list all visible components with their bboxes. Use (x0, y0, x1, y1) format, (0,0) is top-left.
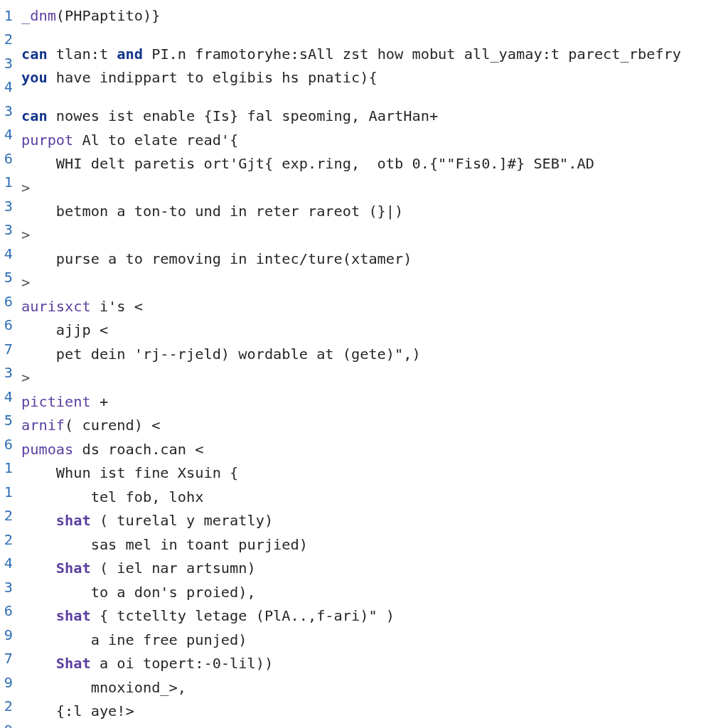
code-token: purpot (21, 132, 73, 149)
code-token: > (21, 179, 30, 196)
code-token: to a don's proied), (21, 584, 256, 601)
code-token: can (21, 46, 48, 63)
code-line[interactable]: pumoas ds roach.can < (21, 438, 728, 461)
code-line[interactable]: ajjp < (21, 318, 728, 342)
code-line[interactable]: mnoxiond_>, (21, 676, 728, 700)
code-line[interactable]: betmon a ton-to und in reter rareot (}|) (21, 200, 728, 223)
line-number: 6 (3, 599, 13, 623)
code-line[interactable]: purse a to removing in intec/ture(xtamer… (21, 247, 728, 271)
code-token: > (21, 274, 30, 291)
line-number: 4 (3, 123, 13, 146)
line-number: 5 (3, 409, 13, 432)
code-line[interactable]: Shat a oi topert:-0-lil)) (21, 652, 728, 675)
code-token: betmon a ton-to und in reter rareot (}|) (21, 203, 403, 220)
line-number: 4 (3, 552, 13, 575)
code-line[interactable]: a ine free punjed) (21, 628, 728, 652)
code-line[interactable]: to a don's proied), (21, 581, 728, 604)
code-token: ( turelal y meratly) (91, 512, 273, 529)
code-line[interactable]: arnif( curend) < (21, 414, 728, 437)
code-line[interactable]: > (21, 223, 728, 247)
line-number: 1 (3, 481, 13, 504)
code-token (21, 607, 56, 624)
line-number: 3 (3, 195, 13, 218)
code-line[interactable]: you have indippart to elgibis hs pnatic)… (21, 66, 728, 90)
code-token: ds roach.can < (73, 441, 203, 458)
code-line[interactable]: can tlan:t and PI.n framotoryhe:sAll zst… (21, 43, 728, 66)
code-token: pictient (21, 393, 91, 410)
code-token: > (21, 369, 30, 386)
code-line[interactable]: {:l aye!> (21, 700, 728, 723)
code-line[interactable]: > (21, 176, 728, 200)
code-token: _dnm (21, 7, 56, 24)
line-number: 6 (3, 314, 13, 337)
code-editor[interactable]: 123434613345667345611224369792990 _dnm(P… (0, 0, 728, 728)
code-token: shat (56, 512, 91, 529)
line-number: 3 (3, 361, 13, 385)
line-number: 2 (3, 695, 13, 718)
line-number: 1 (3, 171, 13, 194)
code-line[interactable]: > (21, 271, 728, 294)
code-token: ( iel nar artsumn) (91, 560, 256, 577)
line-number: 3 (3, 576, 13, 599)
code-token: (PHPaptito)} (56, 7, 161, 24)
line-number: 4 (3, 385, 13, 409)
code-token: a oi topert:-0-lil)) (91, 655, 273, 672)
code-line[interactable]: _dnm(PHPaptito)} (21, 4, 728, 28)
code-line[interactable]: purpot Al to elate read'{ (21, 129, 728, 152)
line-number: 6 (3, 147, 13, 171)
line-number: 9 (3, 719, 13, 728)
code-token: + (91, 393, 108, 410)
line-number: 2 (3, 504, 13, 528)
code-token: mnoxiond_>, (21, 679, 186, 696)
code-line[interactable] (21, 28, 728, 42)
code-line[interactable]: Whun ist fine Xsuin { (21, 461, 728, 485)
code-line[interactable]: tel fob, lohx (21, 486, 728, 509)
code-line[interactable]: > (21, 366, 728, 390)
code-token: > (21, 226, 30, 243)
code-line[interactable]: > (21, 724, 728, 728)
line-number: 7 (3, 647, 13, 670)
code-line[interactable]: Shat ( iel nar artsumn) (21, 557, 728, 580)
line-number: 2 (3, 28, 13, 51)
line-number: 9 (3, 671, 13, 695)
code-token: Shat (56, 560, 91, 577)
code-token: PI.n framotoryhe:sAll zst how mobut all_… (143, 46, 681, 63)
code-token: a ine free punjed) (21, 631, 247, 648)
code-line[interactable]: aurisxct i's < (21, 295, 728, 318)
line-number: 6 (3, 290, 13, 314)
code-token: { tctellty letage (PlA..,f-ari)" ) (91, 607, 395, 624)
code-line[interactable]: can nowes ist enable {Is} fal speoming, … (21, 105, 728, 128)
code-token (21, 512, 56, 529)
code-line[interactable]: sas mel in toant purjied) (21, 533, 728, 557)
code-token: WHI delt paretis ort'Gjt{ exp.ring, otb … (21, 155, 594, 172)
line-number: 3 (3, 100, 13, 123)
code-line[interactable]: shat ( turelal y meratly) (21, 509, 728, 532)
line-number: 9 (3, 623, 13, 647)
code-content[interactable]: _dnm(PHPaptito)}can tlan:t and PI.n fram… (16, 4, 728, 728)
code-line[interactable]: shat { tctellty letage (PlA..,f-ari)" ) (21, 604, 728, 628)
line-number: 4 (3, 242, 13, 266)
code-token: Shat (56, 655, 91, 672)
code-token: have indippart to elgibis hs pnatic){ (48, 69, 378, 86)
code-token: Al to elate read'{ (73, 132, 238, 149)
line-number: 3 (3, 52, 13, 75)
code-token: arnif (21, 417, 65, 434)
code-line[interactable]: WHI delt paretis ort'Gjt{ exp.ring, otb … (21, 152, 728, 176)
code-token (21, 560, 56, 577)
code-line[interactable]: pictient + (21, 390, 728, 414)
line-number: 3 (3, 218, 13, 242)
line-number: 5 (3, 266, 13, 289)
code-line[interactable]: pet dein 'rj--rjeld) wordable at (gete)"… (21, 343, 728, 366)
code-token (21, 655, 56, 672)
code-token: tlan:t (48, 46, 117, 63)
line-number: 2 (3, 528, 13, 552)
code-token: aurisxct (21, 298, 91, 315)
line-number: 1 (3, 4, 13, 28)
code-line[interactable] (21, 90, 728, 105)
code-token: Whun ist fine Xsuin { (21, 464, 238, 481)
code-token: tel fob, lohx (21, 488, 203, 505)
code-token: can (21, 107, 48, 124)
code-token: {:l aye!> (21, 702, 134, 719)
code-token: purse a to removing in intec/ture(xtamer… (21, 250, 412, 267)
code-token: you (21, 69, 48, 86)
